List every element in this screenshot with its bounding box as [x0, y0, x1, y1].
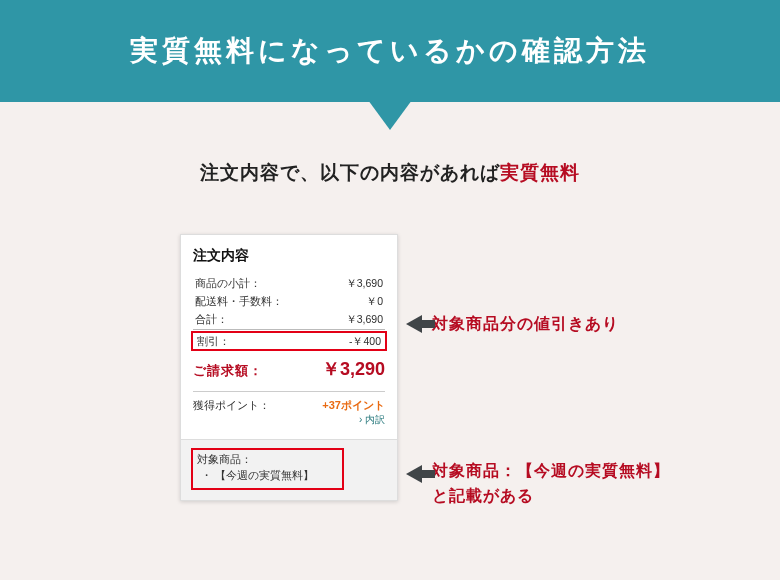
target-label: 対象商品： — [197, 453, 252, 465]
row-value: ￥0 — [366, 293, 383, 311]
points-detail-link[interactable]: 内訳 — [359, 414, 385, 425]
callout-line1: 対象商品：【今週の実質無料】 — [432, 462, 670, 479]
arrow-left-icon — [406, 465, 422, 483]
header-banner: 実質無料になっているかの確認方法 — [0, 0, 780, 102]
tagline-prefix: 注文内容で、以下の内容があれば — [200, 162, 500, 183]
row-subtotal: 商品の小計： ￥3,690 — [193, 275, 385, 293]
callout-line2: と記載がある — [432, 487, 534, 504]
illustration-stage: 注文内容 商品の小計： ￥3,690 配送料・手数料： ￥0 合計： ￥3,69… — [0, 234, 780, 574]
target-highlight: 対象商品： 【今週の実質無料】 — [191, 448, 344, 490]
row-label: 割引： — [197, 333, 230, 350]
row-label: 合計： — [195, 311, 228, 329]
banner-title: 実質無料になっているかの確認方法 — [130, 32, 650, 70]
callout-text: 対象商品分の値引きあり — [432, 312, 619, 337]
points-row: 獲得ポイント： +37ポイント — [193, 398, 385, 413]
row-label: 配送料・手数料： — [195, 293, 283, 311]
row-discount-highlight: 割引： -￥400 — [191, 331, 387, 352]
order-heading: 注文内容 — [193, 247, 385, 265]
row-total: 合計： ￥3,690 — [193, 311, 385, 330]
row-value: -￥400 — [349, 333, 381, 350]
target-item: 【今週の実質無料】 — [201, 468, 314, 484]
order-summary-card: 注文内容 商品の小計： ￥3,690 配送料・手数料： ￥0 合計： ￥3,69… — [180, 234, 398, 501]
row-shipping: 配送料・手数料： ￥0 — [193, 293, 385, 311]
bill-label: ご請求額： — [193, 362, 263, 380]
row-value: ￥3,690 — [346, 275, 383, 293]
callout-text: 対象商品：【今週の実質無料】 と記載がある — [432, 459, 670, 509]
points-block: 獲得ポイント： +37ポイント 内訳 — [193, 391, 385, 427]
points-label: 獲得ポイント： — [193, 398, 270, 413]
row-value: ￥3,690 — [346, 311, 383, 329]
arrow-left-icon — [406, 315, 422, 333]
bill-value: ￥3,290 — [322, 357, 385, 381]
order-rows: 商品の小計： ￥3,690 配送料・手数料： ￥0 合計： ￥3,690 割引：… — [193, 275, 385, 351]
callout-target: 対象商品：【今週の実質無料】 と記載がある — [406, 459, 670, 509]
row-label: 商品の小計： — [195, 275, 261, 293]
target-product-box: 対象商品： 【今週の実質無料】 — [181, 439, 397, 500]
callout-discount: 対象商品分の値引きあり — [406, 312, 619, 337]
tagline-emphasis: 実質無料 — [500, 162, 580, 183]
points-value: +37ポイント — [322, 398, 385, 413]
tagline: 注文内容で、以下の内容があれば実質無料 — [0, 160, 780, 186]
bill-row: ご請求額： ￥3,290 — [193, 357, 385, 381]
